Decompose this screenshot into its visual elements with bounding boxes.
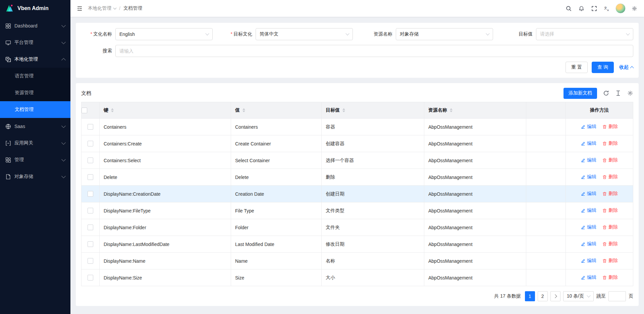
sidebar-item-saas[interactable]: Saas xyxy=(0,118,70,135)
row-height-icon[interactable] xyxy=(615,90,621,96)
sidebar-item-storage[interactable]: 对象存储 xyxy=(0,168,70,185)
translate-icon[interactable]: 文A xyxy=(601,3,612,14)
chevron-down-icon xyxy=(61,124,66,128)
fullscreen-icon[interactable] xyxy=(588,3,600,14)
row-checkbox[interactable] xyxy=(88,174,93,180)
table-toolbar: 添加新文档 xyxy=(564,88,633,99)
delete-link[interactable]: 删除 xyxy=(602,241,618,247)
culture-name-select[interactable]: English xyxy=(115,28,213,40)
edit-link[interactable]: 编辑 xyxy=(581,241,596,247)
column-header-key[interactable]: 键 xyxy=(100,102,231,119)
delete-link[interactable]: 删除 xyxy=(602,140,618,146)
row-checkbox[interactable] xyxy=(88,141,93,146)
cell-key: Containers xyxy=(100,119,231,135)
select-all-checkbox[interactable] xyxy=(82,108,87,113)
logo[interactable]: Vben Admin xyxy=(0,0,70,17)
row-checkbox[interactable] xyxy=(88,275,93,280)
total-count: 共 17 条数据 xyxy=(494,293,521,299)
sidebar: Vben Admin Dashboard平台管理本地化管理语言管理资源管理文档管… xyxy=(0,0,70,314)
delete-icon xyxy=(602,175,607,179)
field-target-value: 目标值 请选择 xyxy=(502,28,633,40)
target-culture-select[interactable]: 简体中文 xyxy=(256,28,353,40)
gear-icon[interactable] xyxy=(629,3,640,14)
resource-name-select[interactable]: 对象存储 xyxy=(396,28,493,40)
reset-button[interactable]: 重 置 xyxy=(566,62,588,73)
row-checkbox[interactable] xyxy=(88,241,93,247)
table-body: ContainersContainers容器AbpOssManagement编辑… xyxy=(82,119,633,286)
sidebar-subitem-language[interactable]: 语言管理 xyxy=(0,68,70,84)
sidebar-item-platform[interactable]: 平台管理 xyxy=(0,34,70,51)
table-row: DisplayName:SizeSize大小AbpOssManagement编辑… xyxy=(82,269,633,286)
edit-link[interactable]: 编辑 xyxy=(581,224,596,230)
cell-target-value: 创建容器 xyxy=(322,135,424,152)
page-button-2[interactable]: 2 xyxy=(538,291,548,301)
sidebar-item-dashboard[interactable]: Dashboard xyxy=(0,17,70,34)
column-header-target-value[interactable]: 目标值 xyxy=(322,102,424,119)
cell-actions: 编辑删除 xyxy=(566,219,633,236)
table-row: DisplayName:LastModifiedDateLast Modifie… xyxy=(82,236,633,253)
row-checkbox[interactable] xyxy=(88,225,93,230)
row-checkbox[interactable] xyxy=(88,208,93,213)
row-checkbox[interactable] xyxy=(88,191,93,197)
add-document-button[interactable]: 添加新文档 xyxy=(564,88,597,99)
table-row: DeleteDelete删除AbpOssManagement编辑删除 xyxy=(82,169,633,186)
sidebar-collapse-icon[interactable] xyxy=(74,3,85,14)
delete-link[interactable]: 删除 xyxy=(602,224,618,230)
cell-actions: 编辑删除 xyxy=(566,169,633,186)
delete-icon xyxy=(602,192,607,196)
cell-empty xyxy=(526,253,566,269)
refresh-icon[interactable] xyxy=(603,90,609,96)
edit-link[interactable]: 编辑 xyxy=(581,157,596,163)
cell-empty xyxy=(526,186,566,202)
search-icon[interactable] xyxy=(563,3,574,14)
page-size-select[interactable]: 10 条/页 xyxy=(563,291,594,301)
sidebar-item-gateway[interactable]: 应用网关 xyxy=(0,135,70,151)
search-input[interactable] xyxy=(115,45,633,57)
edit-link[interactable]: 编辑 xyxy=(581,174,596,180)
edit-icon xyxy=(581,275,585,280)
cell-target-value: 创建日期 xyxy=(322,186,424,202)
breadcrumb-parent[interactable]: 本地化管理 xyxy=(88,5,116,11)
row-checkbox[interactable] xyxy=(88,158,93,163)
query-button[interactable]: 查 询 xyxy=(592,62,614,73)
sidebar-subitem-document[interactable]: 文档管理 xyxy=(0,101,70,118)
cell-value: Create Container xyxy=(231,135,322,152)
next-page-button[interactable] xyxy=(550,291,560,301)
table-row: ContainersContainers容器AbpOssManagement编辑… xyxy=(82,119,633,135)
edit-link[interactable]: 编辑 xyxy=(581,258,596,264)
sidebar-item-management[interactable]: 管理 xyxy=(0,151,70,168)
delete-link[interactable]: 删除 xyxy=(602,124,618,130)
row-checkbox[interactable] xyxy=(88,258,93,264)
delete-link[interactable]: 删除 xyxy=(602,191,618,197)
target-value-select[interactable]: 请选择 xyxy=(536,28,633,40)
avatar[interactable] xyxy=(615,3,626,13)
edit-link[interactable]: 编辑 xyxy=(581,140,596,146)
sidebar-item-localization[interactable]: 本地化管理 xyxy=(0,51,70,68)
table-header-row: 键 值 目标值 资源名称 操作方法 xyxy=(82,102,633,119)
app-title: Vben Admin xyxy=(17,5,49,11)
sidebar-subitem-resource[interactable]: 资源管理 xyxy=(0,84,70,101)
row-checkbox[interactable] xyxy=(88,124,93,130)
cell-target-value: 大小 xyxy=(322,269,424,286)
jump-page-input[interactable] xyxy=(608,291,626,301)
cell-empty xyxy=(526,169,566,186)
delete-link[interactable]: 删除 xyxy=(602,174,618,180)
bell-icon[interactable] xyxy=(576,3,587,14)
delete-link[interactable]: 删除 xyxy=(602,258,618,264)
edit-icon xyxy=(581,175,585,179)
cell-value: Name xyxy=(231,253,322,269)
collapse-link[interactable]: 收起 xyxy=(619,64,633,70)
edit-link[interactable]: 编辑 xyxy=(581,207,596,213)
column-header-resource-name[interactable]: 资源名称 xyxy=(424,102,526,119)
filter-actions: 重 置 查 询 收起 xyxy=(81,62,633,73)
edit-link[interactable]: 编辑 xyxy=(581,191,596,197)
column-settings-icon[interactable] xyxy=(627,90,633,96)
delete-link[interactable]: 删除 xyxy=(602,157,618,163)
delete-link[interactable]: 删除 xyxy=(602,274,618,280)
edit-link[interactable]: 编辑 xyxy=(581,124,596,130)
delete-link[interactable]: 删除 xyxy=(602,207,618,213)
page-button-1[interactable]: 1 xyxy=(525,291,535,301)
column-header-value[interactable]: 值 xyxy=(231,102,322,119)
edit-link[interactable]: 编辑 xyxy=(581,274,596,280)
delete-icon xyxy=(602,275,607,280)
